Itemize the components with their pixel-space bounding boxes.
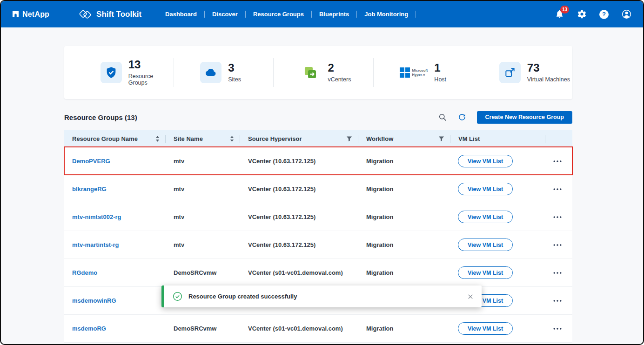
table-row: msdemoRG DemoSRCvmw VCenter (s01-vc01.de…	[64, 315, 572, 343]
hyperv-text-line2: Hyper-v	[412, 73, 428, 77]
column-header-resource-group-name[interactable]: Resource Group Name	[64, 135, 166, 143]
refresh-icon[interactable]	[457, 113, 467, 122]
top-navigation-bar: NetApp Shift Toolkit Dashboard Discover …	[1, 1, 643, 27]
ellipsis-icon	[553, 160, 562, 162]
table-row: mtv-martintst-rg mtv VCenter (10.63.172.…	[64, 231, 572, 259]
notification-count-badge: 13	[560, 6, 569, 13]
resource-group-link[interactable]: blkrangeRG	[72, 186, 107, 192]
nav-dashboard[interactable]: Dashboard	[158, 11, 205, 18]
user-avatar-icon	[621, 9, 632, 20]
column-header-source-hypervisor[interactable]: Source Hypervisor	[240, 135, 358, 143]
view-vm-list-button[interactable]: View VM List	[458, 155, 513, 167]
success-toast: Resource Group created successfully	[161, 285, 482, 307]
row-actions-button[interactable]	[553, 188, 562, 190]
ellipsis-icon	[553, 188, 562, 190]
stat-label: Resource Groups	[128, 73, 174, 86]
stat-virtual-machines: 73 Virtual Machines	[473, 58, 572, 87]
topbar-actions: 13 ?	[554, 9, 632, 20]
row-actions-button[interactable]	[553, 272, 562, 274]
table-header-row: Resource Group Name Site Name Source Hyp…	[64, 130, 572, 147]
resource-group-link[interactable]: RGdemo	[72, 269, 97, 276]
filter-icon[interactable]	[346, 136, 352, 142]
row-actions-button[interactable]	[553, 300, 562, 302]
create-resource-group-button[interactable]: Create New Resource Group	[477, 111, 573, 124]
stat-vcenters: 2 vCenters	[273, 58, 373, 87]
cloud-icon	[200, 62, 221, 83]
ellipsis-icon	[553, 300, 562, 302]
view-vm-list-button[interactable]: View VM List	[458, 239, 513, 251]
check-circle-icon	[173, 292, 182, 301]
stat-host: Microsoft Hyper-v 1 Host	[373, 58, 473, 87]
view-vm-list-button[interactable]: View VM List	[458, 266, 513, 279]
hyperv-logo-icon: Microsoft Hyper-v	[400, 67, 428, 78]
view-vm-list-button[interactable]: View VM List	[458, 322, 513, 335]
sort-icon	[155, 136, 160, 142]
resource-group-link[interactable]: msdemowinRG	[72, 297, 116, 304]
toast-close-button[interactable]	[468, 294, 473, 299]
source-hypervisor-cell: VCenter (10.63.172.125)	[240, 186, 358, 192]
notifications-button[interactable]: 13	[554, 9, 565, 20]
stat-label: vCenters	[328, 76, 351, 83]
help-button[interactable]: ?	[598, 9, 610, 20]
source-hypervisor-cell: VCenter (10.63.172.125)	[240, 158, 358, 165]
nav-job-monitoring[interactable]: Job Monitoring	[357, 11, 416, 18]
account-button[interactable]	[621, 9, 632, 20]
search-icon[interactable]	[438, 113, 447, 122]
summary-stats-card: 13 Resource Groups 3 Sites 2 vCenters	[64, 46, 572, 99]
stat-label: Sites	[228, 76, 241, 83]
source-hypervisor-cell: VCenter (10.63.172.125)	[240, 241, 358, 248]
sort-icon	[230, 136, 234, 142]
row-actions-button[interactable]	[553, 160, 562, 162]
stat-value: 13	[128, 59, 174, 70]
nav-discover[interactable]: Discover	[205, 11, 246, 18]
help-icon: ?	[599, 10, 609, 19]
section-tools: Create New Resource Group	[438, 111, 573, 124]
view-vm-list-button[interactable]: View VM List	[458, 211, 513, 223]
workflow-cell: Migration	[358, 269, 450, 276]
stat-value: 73	[527, 62, 570, 73]
source-hypervisor-cell: VCenter (s01-vc01.demoval.com)	[240, 269, 358, 276]
stat-value: 1	[434, 62, 446, 73]
settings-button[interactable]	[576, 9, 587, 20]
toast-message: Resource Group created successfully	[188, 293, 297, 300]
workflow-cell: Migration	[358, 186, 450, 192]
resource-group-link[interactable]: mtv-nimtst002-rg	[72, 213, 121, 220]
resource-group-link[interactable]: mtv-martintst-rg	[72, 241, 119, 248]
resource-group-link[interactable]: DemoPVERG	[72, 158, 110, 165]
ellipsis-icon	[553, 272, 562, 274]
table-row: DemoPVERG mtv VCenter (10.63.172.125) Mi…	[64, 147, 572, 175]
app-title: Shift Toolkit	[96, 10, 141, 19]
stat-label: Host	[434, 76, 446, 83]
resource-group-link[interactable]: msdemoRG	[72, 325, 106, 332]
row-actions-button[interactable]	[553, 216, 562, 218]
table-row: RGdemo DemoSRCvmw VCenter (s01-vc01.demo…	[64, 259, 572, 287]
workflow-cell: Migration	[358, 158, 450, 165]
site-name-cell: mtv	[166, 186, 240, 192]
site-name-cell: mtv	[166, 241, 240, 248]
nav-resource-groups[interactable]: Resource Groups	[246, 11, 312, 18]
site-name-cell: mtv	[166, 213, 240, 220]
resource-groups-table: Resource Group Name Site Name Source Hyp…	[64, 130, 572, 343]
source-hypervisor-cell: VCenter (s01-vc01.demoval.com)	[240, 325, 358, 332]
divider	[151, 11, 151, 18]
site-name-cell: DemoSRCvmw	[166, 269, 240, 276]
brand-name: NetApp	[22, 10, 49, 19]
source-hypervisor-cell: VCenter (10.63.172.125)	[240, 213, 358, 220]
row-actions-button[interactable]	[553, 328, 562, 330]
column-header-vm-list: VM List	[450, 135, 545, 143]
stat-value: 2	[328, 62, 351, 73]
app-window: NetApp Shift Toolkit Dashboard Discover …	[0, 0, 644, 345]
column-header-workflow[interactable]: Workflow	[358, 135, 450, 143]
view-vm-list-button[interactable]: View VM List	[458, 183, 513, 195]
stat-label: Virtual Machines	[527, 76, 570, 83]
vcenter-icon	[300, 62, 321, 83]
column-header-site-name[interactable]: Site Name	[166, 135, 240, 143]
section-title: Resource Groups (13)	[64, 113, 137, 121]
filter-icon[interactable]	[438, 136, 444, 142]
shield-check-icon	[101, 62, 122, 83]
nav-blueprints[interactable]: Blueprints	[312, 11, 357, 18]
row-actions-button[interactable]	[553, 244, 562, 246]
workflow-cell: Migration	[358, 213, 450, 220]
ellipsis-icon	[553, 216, 562, 218]
resource-groups-section-header: Resource Groups (13) Create New Resource…	[64, 110, 572, 124]
